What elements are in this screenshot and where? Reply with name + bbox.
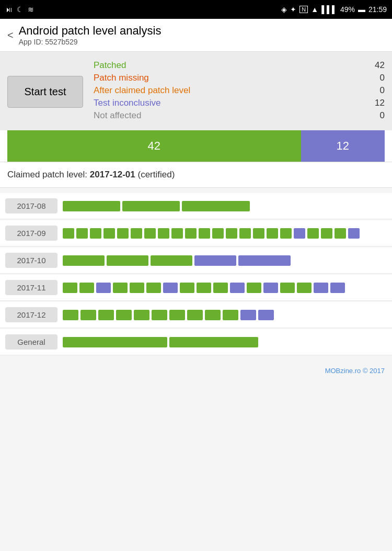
stat-row-orange: After claimed patch level 0 [94, 85, 385, 96]
timeline-label: 2017-11 [5, 280, 57, 295]
patch-bar-green [199, 228, 210, 239]
patch-level-label: Claimed patch level: [7, 170, 90, 179]
progress-bar-blue: 12 [301, 130, 385, 162]
timeline-row-2017-09: 2017-09 [0, 220, 392, 246]
patch-bar-blue [163, 283, 178, 293]
patch-bar-green [144, 228, 156, 239]
header-title-block: Android patch level analysis App ID: 552… [19, 24, 162, 46]
patch-bar-green [158, 228, 169, 239]
patch-bar-green [197, 283, 211, 293]
progress-section: 42 12 [0, 130, 392, 162]
patch-bar-green [182, 201, 250, 211]
footer: MOBzine.ro © 2017 [0, 362, 392, 380]
start-test-button[interactable]: Start test [7, 76, 83, 108]
patch-bar-green [239, 228, 251, 239]
patch-bar-green [152, 310, 167, 320]
timeline-bars [63, 283, 392, 293]
location-icon: ◈ [281, 5, 287, 14]
bluetooth-icon: ✦ [290, 5, 296, 14]
patch-bar-green [267, 228, 278, 239]
patch-bar-blue [194, 255, 236, 266]
wifi-icon: ▲ [311, 5, 318, 14]
patch-level-suffix: (certified) [135, 170, 175, 179]
patch-bar-green [223, 310, 238, 320]
timeline-row-2017-10: 2017-10 [0, 248, 392, 274]
page-title: Android patch level analysis [19, 24, 162, 38]
patch-bar-blue [330, 283, 345, 293]
patch-bar-green [63, 337, 167, 347]
timeline-label: 2017-10 [5, 253, 57, 268]
timeline-label: General [5, 334, 57, 350]
patch-bar-green [253, 228, 264, 239]
timeline-label: 2017-08 [5, 198, 57, 213]
patch-bar-green [130, 283, 144, 293]
stat-value: 42 [369, 60, 385, 71]
patch-bar-green [63, 310, 78, 320]
battery-percentage: 49% [340, 5, 355, 14]
patch-bar-green [205, 310, 221, 320]
stat-label: Test inconclusive [94, 98, 161, 108]
footer-text: MOBzine.ro © 2017 [325, 367, 385, 375]
patch-bar-green [280, 283, 295, 293]
patch-bar-green [63, 255, 105, 266]
stat-label: Patch missing [94, 73, 149, 83]
patch-bar-blue [294, 228, 305, 239]
spotify-icon: ⏯ [5, 5, 13, 14]
patch-bar-green [226, 228, 237, 239]
patch-bar-green [79, 283, 94, 293]
status-bar-right-icons: ◈ ✦ N ▲ ▌▌▌ 49% ▬ 21:59 [281, 5, 387, 14]
patch-bar-green [180, 283, 194, 293]
app-id: App ID: 5527b529 [19, 38, 162, 46]
time-display: 21:59 [368, 5, 387, 14]
stat-label: After claimed patch level [94, 85, 190, 96]
stat-row-blue: Test inconclusive 12 [94, 98, 385, 108]
battery-icon: ▬ [358, 5, 365, 14]
patch-bar-blue [258, 310, 274, 320]
header: < Android patch level analysis App ID: 5… [0, 19, 392, 52]
timeline-bars [63, 337, 392, 347]
patch-bar-green [169, 337, 258, 347]
back-button[interactable]: < [7, 29, 14, 41]
timeline-bars [63, 228, 392, 239]
patch-bar-green [169, 310, 185, 320]
patch-bar-green [321, 228, 332, 239]
patch-level-date: 2017-12-01 [90, 170, 135, 179]
timeline-row-2017-08: 2017-08 [0, 193, 392, 219]
patch-bar-green [117, 228, 129, 239]
patch-bar-green [63, 228, 74, 239]
patch-bar-green [63, 283, 77, 293]
status-bar-left-icons: ⏯ ☾ ≋ [5, 5, 34, 14]
stat-value: 0 [369, 73, 385, 83]
patch-bar-green [151, 255, 192, 266]
timeline-label: 2017-09 [5, 226, 57, 241]
patch-bar-green [335, 228, 346, 239]
patch-bar-green [103, 228, 115, 239]
patch-bar-blue [96, 283, 111, 293]
timeline-section: 2017-082017-092017-102017-112017-12Gener… [0, 188, 392, 362]
patch-bar-green [146, 283, 161, 293]
timeline-row-2017-12: 2017-12 [0, 302, 392, 328]
patch-bar-green [185, 228, 197, 239]
stat-row-gray: Not affected 0 [94, 110, 385, 121]
timeline-bars [63, 255, 392, 266]
patch-bar-green [280, 228, 292, 239]
timeline-row-2017-11: 2017-11 [0, 275, 392, 301]
patch-bar-green [122, 201, 180, 211]
patch-bar-green [212, 228, 224, 239]
timeline-bars [63, 310, 392, 320]
patch-bar-blue [230, 283, 245, 293]
stat-value: 12 [369, 98, 385, 108]
stats-table: Patched 42 Patch missing 0 After claimed… [94, 60, 385, 123]
patch-bar-green [116, 310, 132, 320]
patch-bar-green [187, 310, 203, 320]
nfc-icon: N [299, 6, 308, 13]
patch-bar-blue [238, 255, 291, 266]
stat-row-red: Patch missing 0 [94, 73, 385, 83]
patch-bar-blue [240, 310, 256, 320]
patch-bar-green [80, 310, 96, 320]
patch-bar-green [297, 283, 312, 293]
stat-value: 0 [369, 85, 385, 96]
patch-bar-green [76, 228, 88, 239]
patch-bar-green [247, 283, 261, 293]
moon-icon: ☾ [17, 5, 24, 14]
